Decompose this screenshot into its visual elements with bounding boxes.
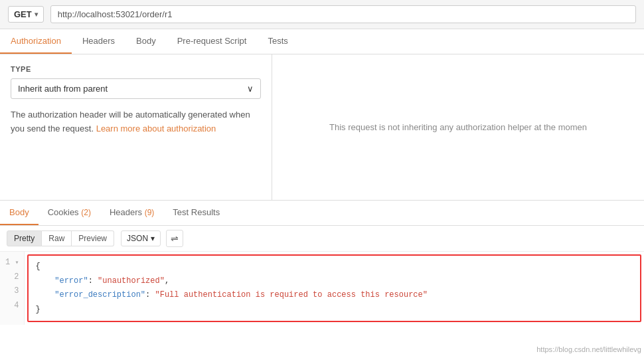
url-bar: GET ▾ <box>0 0 644 29</box>
method-label: GET <box>14 9 32 19</box>
line-num-3: 3 <box>5 284 19 299</box>
method-selector[interactable]: GET ▾ <box>8 6 44 23</box>
tab-authorization[interactable]: Authorization <box>0 29 72 54</box>
auth-right: This request is not inheriting any autho… <box>272 54 644 200</box>
resp-tab-test-results-label: Test Results <box>173 207 220 217</box>
code-line-1: { <box>35 260 633 274</box>
resp-tab-headers-badge: (9) <box>145 208 155 217</box>
resp-tab-body[interactable]: Body <box>0 201 39 225</box>
line-num-1: 1 ▾ <box>5 256 19 270</box>
code-line-2: "error": "unauthorized", <box>35 274 633 289</box>
tab-tests[interactable]: Tests <box>257 29 298 54</box>
method-chevron: ▾ <box>35 11 38 18</box>
resp-tab-cookies-badge: (2) <box>81 208 91 217</box>
url-input[interactable] <box>50 5 636 23</box>
resp-tab-headers[interactable]: Headers (9) <box>100 201 163 225</box>
code-line-3: "error_description": "Full authenticatio… <box>35 288 633 303</box>
response-body-bar: Pretty Raw Preview JSON ▾ ⇌ <box>0 226 644 252</box>
type-value: Inherit auth from parent <box>18 84 108 94</box>
auth-left: TYPE Inherit auth from parent ∨ The auth… <box>0 54 272 200</box>
format-label: JSON <box>127 234 148 243</box>
tab-body[interactable]: Body <box>125 29 167 54</box>
response-tabs: Body Cookies (2) Headers (9) Test Result… <box>0 201 644 226</box>
resp-tab-cookies-label: Cookies <box>48 207 79 217</box>
auth-description: The authorization header will be automat… <box>11 108 261 136</box>
auth-right-text: This request is not inheriting any autho… <box>329 122 587 132</box>
resp-tab-cookies[interactable]: Cookies (2) <box>39 201 100 225</box>
request-tabs: Authorization Headers Body Pre-request S… <box>0 29 644 54</box>
code-lines: 1 ▾ 2 3 4 { "error": "unauthorized", "er… <box>0 252 644 325</box>
auth-panel: TYPE Inherit auth from parent ∨ The auth… <box>0 54 644 201</box>
line-num-2: 2 <box>5 270 19 285</box>
tab-pre-request-script[interactable]: Pre-request Script <box>167 29 258 54</box>
view-raw-button[interactable]: Raw <box>42 230 72 246</box>
line-num-4: 4 <box>5 299 19 313</box>
view-preview-button[interactable]: Preview <box>72 230 114 246</box>
tab-headers[interactable]: Headers <box>72 29 125 54</box>
resp-tab-body-label: Body <box>9 207 29 217</box>
resp-tab-headers-label: Headers <box>110 207 142 217</box>
type-select[interactable]: Inherit auth from parent ∨ <box>11 78 261 99</box>
view-pretty-button[interactable]: Pretty <box>7 230 42 246</box>
learn-more-link[interactable]: Learn more about authorization <box>96 124 216 134</box>
code-content: { "error": "unauthorized", "error_descri… <box>27 254 641 322</box>
wrap-icon[interactable]: ⇌ <box>166 230 183 247</box>
line-numbers: 1 ▾ 2 3 4 <box>0 252 25 325</box>
watermark: https://blog.csdn.net/littlewhilevg <box>536 345 641 353</box>
type-chevron: ∨ <box>247 84 254 94</box>
type-label: TYPE <box>11 65 261 73</box>
format-select[interactable]: JSON ▾ <box>121 230 161 246</box>
code-area: 1 ▾ 2 3 4 { "error": "unauthorized", "er… <box>0 252 644 325</box>
format-chevron: ▾ <box>151 234 155 243</box>
code-line-4: } <box>35 303 633 317</box>
resp-tab-test-results[interactable]: Test Results <box>163 201 229 225</box>
